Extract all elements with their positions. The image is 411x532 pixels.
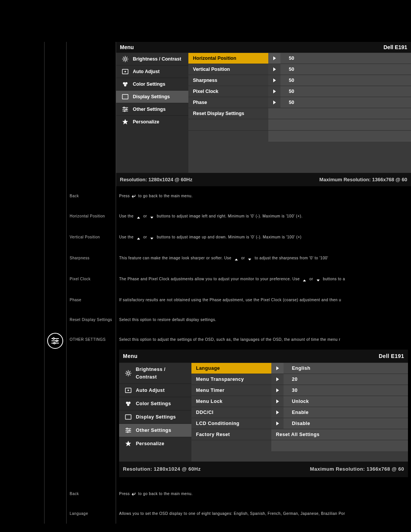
submenu-row[interactable]: DDC/CIEnable — [191, 407, 408, 418]
svg-point-28 — [54, 342, 55, 344]
submenu-value — [268, 108, 411, 119]
svg-point-26 — [53, 338, 54, 339]
row-desc-vertical-position: Use the or buttons to adjust image up an… — [116, 227, 411, 248]
svg-point-20 — [126, 109, 127, 110]
row-desc-language: Allows you to set the OSD display to one… — [116, 504, 411, 524]
submenu-row-blank — [188, 130, 411, 142]
submenu-row[interactable]: Reset Display Settings — [188, 108, 411, 119]
color-icon — [124, 400, 132, 407]
osd-nav-label: Color Settings — [133, 81, 165, 87]
submenu-row[interactable]: Menu Transparency20 — [191, 374, 408, 385]
submenu-row[interactable]: Pixel Clock50 — [188, 86, 411, 97]
submenu-label: Menu Transparency — [191, 375, 271, 383]
osd-nav-label: Color Settings — [136, 400, 171, 407]
up-arrow-icon — [233, 257, 239, 262]
osd-nav-display[interactable]: Display Settings — [116, 90, 188, 103]
svg-point-21 — [124, 110, 125, 112]
down-arrow-icon — [315, 278, 321, 283]
submenu-value: 50 — [280, 64, 411, 75]
submenu-row[interactable]: Factory ResetReset All Settings — [191, 429, 408, 440]
submenu-row[interactable]: Phase50 — [188, 97, 411, 108]
submenu-value: Reset All Settings — [271, 429, 408, 440]
osd-nav: Brightness / ContrastAuto AdjustColor Se… — [119, 363, 191, 462]
submenu-arrow-icon[interactable] — [271, 418, 284, 429]
row-label-language: Language — [67, 504, 116, 524]
submenu-value: 50 — [280, 53, 411, 64]
osd-nav-brightness[interactable]: Brightness / Contrast — [116, 53, 188, 65]
submenu-row[interactable]: Menu Timer30 — [191, 385, 408, 396]
personalize-icon — [121, 118, 129, 125]
osd-other-settings-panel: MenuDell E191Brightness / ContrastAuto A… — [119, 350, 408, 477]
submenu-label: Language — [191, 363, 271, 374]
submenu-arrow-icon[interactable] — [271, 385, 284, 396]
submenu-arrow-icon[interactable] — [268, 86, 280, 97]
osd-max-resolution: Maximum Resolution: 1366x768 @ 60 — [310, 465, 404, 473]
other-settings-section-icon — [47, 333, 63, 349]
svg-point-0 — [124, 58, 126, 60]
submenu-arrow-icon[interactable] — [268, 97, 280, 108]
row-label-other-settings: OTHER SETTINGS — [67, 330, 116, 484]
osd-nav-personalize[interactable]: Personalize — [119, 437, 191, 450]
osd-nav-auto[interactable]: Auto Adjust — [119, 383, 191, 397]
submenu-row[interactable]: Vertical Position50 — [188, 64, 411, 75]
osd-nav-other[interactable]: Other Settings — [116, 103, 188, 115]
submenu-row-blank — [191, 440, 408, 451]
osd-nav-personalize[interactable]: Personalize — [116, 115, 188, 128]
osd-nav-color[interactable]: Color Settings — [119, 397, 191, 410]
submenu-label: Phase — [188, 100, 268, 105]
display-icon — [121, 93, 129, 100]
svg-line-8 — [127, 57, 127, 58]
osd-footer: Resolution: 1280x1024 @ 60HzMaximum Reso… — [116, 173, 411, 186]
osd-nav-label: Personalize — [136, 440, 164, 447]
down-arrow-icon — [149, 215, 155, 220]
svg-rect-44 — [126, 415, 131, 419]
up-arrow-icon — [302, 278, 307, 283]
osd-nav-color[interactable]: Color Settings — [116, 78, 188, 90]
svg-point-19 — [124, 107, 125, 108]
svg-point-14 — [124, 84, 126, 86]
row-desc-back: Press to go back to the main menu. — [116, 186, 411, 206]
submenu-arrow-icon[interactable] — [268, 64, 280, 75]
row-desc-phase: If satisfactory results are not obtained… — [116, 290, 411, 310]
row-label-back-2: Back — [67, 484, 116, 504]
submenu-arrow-icon[interactable] — [271, 396, 284, 407]
submenu-row[interactable]: Horizontal Position50 — [188, 53, 411, 64]
submenu-label: Horizontal Position — [188, 53, 268, 64]
submenu-row[interactable]: LCD ConditioningDisable — [191, 418, 408, 429]
row-label-sharpness: Sharpness — [67, 248, 116, 269]
row-desc-other-settings: Select this option to adjust the setting… — [116, 330, 411, 484]
svg-point-43 — [127, 404, 129, 406]
color-icon — [121, 81, 129, 88]
osd-nav-auto[interactable]: Auto Adjust — [116, 65, 188, 78]
row-desc-sharpness: This feature can make the image look sha… — [116, 248, 411, 269]
row-label-reset-display-settings: Reset Display Settings — [67, 310, 116, 330]
submenu-arrow-icon[interactable] — [271, 407, 284, 418]
submenu-row[interactable]: LanguageEnglish — [191, 363, 408, 374]
osd-nav-brightness[interactable]: Brightness / Contrast — [119, 363, 191, 383]
down-arrow-icon — [149, 236, 155, 241]
row-label-back: Back — [67, 186, 116, 206]
row-label-pixel-clock: Pixel Clock — [67, 269, 116, 290]
submenu-arrow-icon[interactable] — [268, 75, 280, 86]
osd-submenu: Horizontal Position50Vertical Position50… — [188, 53, 411, 173]
submenu-row[interactable]: Sharpness50 — [188, 75, 411, 86]
submenu-label: Pixel Clock — [188, 89, 268, 94]
submenu-row-blank — [188, 119, 411, 130]
submenu-arrow-icon[interactable] — [271, 363, 284, 374]
svg-point-50 — [127, 431, 128, 433]
svg-marker-51 — [126, 441, 131, 446]
other-icon — [121, 106, 129, 113]
submenu-arrow-icon[interactable] — [268, 53, 280, 64]
submenu-value: 50 — [280, 97, 411, 108]
back-icon — [131, 194, 136, 200]
osd-nav-label: Display Settings — [136, 413, 176, 421]
submenu-label: Factory Reset — [191, 431, 271, 438]
submenu-label: Menu Lock — [191, 398, 271, 405]
submenu-value: English — [284, 363, 408, 374]
svg-point-42 — [128, 402, 131, 404]
osd-nav-other[interactable]: Other Settings — [119, 423, 191, 437]
submenu-value: Enable — [284, 407, 408, 418]
osd-nav-display[interactable]: Display Settings — [119, 410, 191, 423]
submenu-row[interactable]: Menu LockUnlock — [191, 396, 408, 407]
submenu-arrow-icon[interactable] — [271, 374, 284, 385]
